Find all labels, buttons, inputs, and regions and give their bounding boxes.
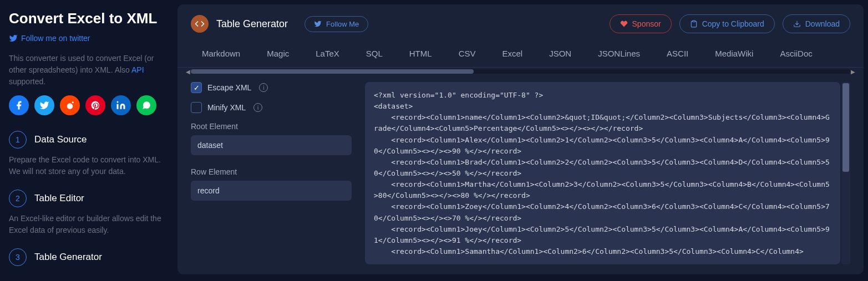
tabs-horizontal-scrollbar[interactable]: ◀ ▶ [177, 68, 864, 75]
tab-asciidoc[interactable]: AsciiDoc [780, 41, 812, 67]
generator-panel: Table Generator Follow Me Sponsor Copy t… [177, 4, 864, 274]
minify-xml-label: Minify XML [207, 103, 246, 112]
generator-title: Table Generator [216, 18, 288, 30]
step-title: Table Generator [34, 252, 102, 263]
minify-xml-row: Minify XML i [191, 102, 352, 113]
svg-point-0 [67, 103, 73, 109]
svg-point-1 [72, 101, 74, 103]
step-number: 3 [9, 248, 27, 266]
minify-xml-checkbox[interactable] [191, 102, 202, 113]
twitter-share-button[interactable] [34, 95, 54, 115]
description: This converter is used to convert Excel … [9, 53, 167, 88]
line-share-button[interactable] [136, 95, 156, 115]
tab-magic[interactable]: Magic [267, 41, 289, 67]
tab-csv[interactable]: CSV [459, 41, 476, 67]
twitter-icon [39, 100, 49, 110]
sponsor-button[interactable]: Sponsor [610, 14, 672, 33]
format-tabs: Markdown Magic LaTeX SQL HTML CSV Excel … [177, 41, 864, 68]
tab-jsonlines[interactable]: JSONLines [598, 41, 640, 67]
follow-me-button[interactable]: Follow Me [304, 16, 368, 32]
step-title: Data Source [34, 134, 87, 145]
reddit-share-button[interactable] [60, 95, 80, 115]
twitter-follow-label: Follow me on twitter [21, 34, 90, 43]
scroll-left-icon[interactable]: ◀ [185, 69, 191, 75]
heart-icon [620, 20, 628, 28]
code-output-wrap: <?xml version="1.0" encoding="UTF-8" ?> … [365, 82, 850, 264]
tab-html[interactable]: HTML [409, 41, 432, 67]
step-data-source[interactable]: 1 Data Source [9, 131, 167, 149]
root-element-input[interactable] [191, 135, 352, 155]
step-table-editor[interactable]: 2 Table Editor [9, 190, 167, 207]
tab-markdown[interactable]: Markdown [202, 41, 240, 67]
download-button[interactable]: Download [783, 14, 850, 33]
tab-latex[interactable]: LaTeX [316, 41, 339, 67]
escape-xml-label: Escape XML [207, 83, 251, 92]
tab-sql[interactable]: SQL [366, 41, 383, 67]
pinterest-icon [90, 100, 100, 110]
facebook-share-button[interactable] [9, 95, 29, 115]
linkedin-share-button[interactable] [111, 95, 131, 115]
pinterest-share-button[interactable] [85, 95, 105, 115]
facebook-icon [14, 100, 24, 110]
clipboard-icon [690, 20, 698, 28]
scroll-thumb[interactable] [191, 69, 474, 74]
row-element-label: Row Element [191, 167, 352, 176]
content-area: Escape XML i Minify XML i Root Element R… [177, 75, 864, 274]
code-icon [191, 15, 209, 33]
social-share-row [9, 95, 167, 115]
info-icon[interactable]: i [253, 103, 262, 112]
sidebar: Convert Excel to XML Follow me on twitte… [0, 0, 177, 281]
code-vertical-scrollbar[interactable] [841, 82, 850, 264]
step-desc: Prepare the Excel code to convert into X… [9, 154, 167, 177]
twitter-follow-link[interactable]: Follow me on twitter [9, 34, 167, 43]
page-title: Convert Excel to XML [9, 10, 167, 27]
line-icon [141, 100, 151, 110]
tab-ascii[interactable]: ASCII [667, 41, 688, 67]
twitter-icon [314, 20, 322, 28]
reddit-icon [65, 100, 75, 110]
step-number: 2 [9, 190, 27, 207]
tab-excel[interactable]: Excel [502, 41, 522, 67]
row-element-input[interactable] [191, 181, 352, 201]
scroll-right-icon[interactable]: ▶ [850, 69, 856, 75]
tab-json[interactable]: JSON [549, 41, 571, 67]
root-element-label: Root Element [191, 122, 352, 131]
step-number: 1 [9, 131, 27, 149]
xml-options: Escape XML i Minify XML i Root Element R… [191, 82, 352, 264]
main-panel-area: Table Generator Follow Me Sponsor Copy t… [177, 0, 868, 281]
linkedin-icon [116, 100, 126, 110]
download-icon [793, 20, 801, 28]
info-icon[interactable]: i [259, 83, 268, 92]
escape-xml-checkbox[interactable] [191, 82, 202, 93]
step-table-generator[interactable]: 3 Table Generator [9, 248, 167, 266]
api-link[interactable]: API [131, 65, 144, 74]
svg-rect-2 [692, 21, 695, 22]
step-desc: An Excel-like editor or builder allows e… [9, 213, 167, 236]
tab-mediawiki[interactable]: MediaWiki [715, 41, 753, 67]
xml-output[interactable]: <?xml version="1.0" encoding="UTF-8" ?> … [365, 82, 840, 264]
scroll-thumb[interactable] [842, 83, 849, 172]
escape-xml-row: Escape XML i [191, 82, 352, 93]
step-title: Table Editor [34, 193, 84, 204]
twitter-icon [9, 34, 18, 43]
panel-header: Table Generator Follow Me Sponsor Copy t… [177, 4, 864, 41]
copy-button[interactable]: Copy to Clipboard [679, 14, 775, 33]
